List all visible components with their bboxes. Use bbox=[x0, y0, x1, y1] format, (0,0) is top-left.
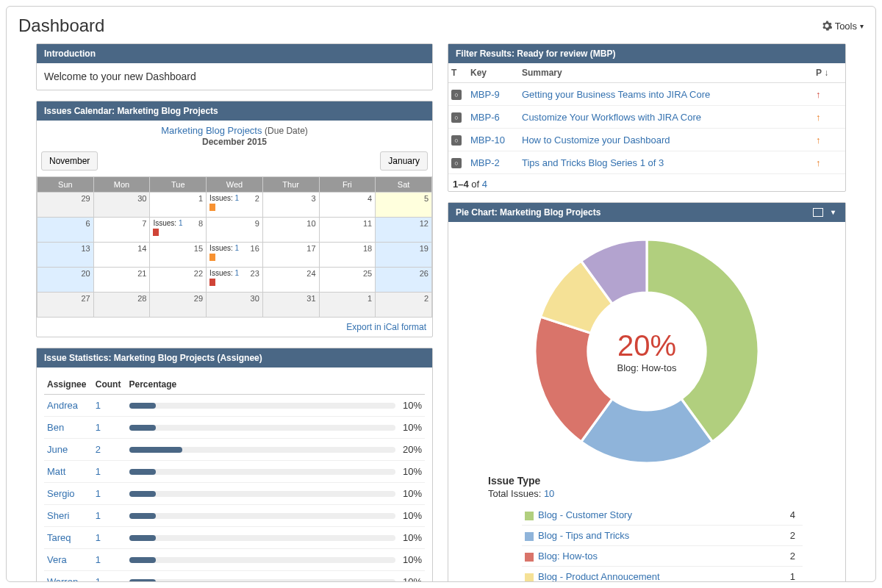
stats-header: Issue Statistics: Marketing Blog Project… bbox=[37, 348, 432, 368]
issue-summary-link[interactable]: Getting your Business Teams into JIRA Co… bbox=[522, 89, 710, 100]
pie-total-link[interactable]: 10 bbox=[544, 488, 554, 499]
calendar-cell[interactable]: 15 bbox=[150, 243, 207, 268]
issue-summary-link[interactable]: How to Customize your Dashboard bbox=[522, 135, 670, 146]
assignee-link[interactable]: Warren bbox=[47, 576, 78, 582]
page-title: Dashboard bbox=[18, 15, 104, 36]
calendar-cell[interactable]: 25 bbox=[319, 268, 376, 293]
calendar-cell[interactable]: 23Issues: 1 bbox=[207, 268, 263, 293]
legend-row: Blog - Tips and Tricks2 bbox=[522, 526, 803, 546]
filter-table: T Key Summary P ↓ ○MBP-9Getting your Bus… bbox=[448, 63, 845, 174]
pie-header: Pie Chart: Marketing Blog Projects ▾ bbox=[448, 203, 845, 222]
pager-total-link[interactable]: 4 bbox=[482, 179, 487, 190]
filter-header: Filter Results: Ready for review (MBP) bbox=[448, 44, 845, 63]
pie-center-percent: 20% bbox=[617, 329, 677, 362]
stats-row: Warren110% bbox=[44, 571, 425, 583]
calendar-cell[interactable]: 2 bbox=[376, 293, 432, 318]
calendar-cell[interactable]: 4 bbox=[319, 193, 376, 218]
intro-header: Introduction bbox=[37, 44, 432, 63]
calendar-cell[interactable]: 12 bbox=[376, 218, 432, 243]
issue-key-link[interactable]: MBP-6 bbox=[470, 112, 500, 123]
stats-row: Andrea110% bbox=[44, 395, 425, 417]
priority-icon: ↑ bbox=[816, 112, 821, 123]
issue-summary-link[interactable]: Tips and Tricks Blog Series 1 of 3 bbox=[522, 157, 664, 168]
calendar-cell[interactable]: 26 bbox=[376, 268, 432, 293]
assignee-link[interactable]: Andrea bbox=[47, 400, 78, 411]
calendar-cell[interactable]: 30 bbox=[207, 293, 263, 318]
calendar-cell[interactable]: 2Issues: 1 bbox=[207, 193, 263, 218]
filter-pager: 1–4 of 4 bbox=[448, 174, 845, 191]
calendar-cell[interactable]: 9 bbox=[207, 218, 263, 243]
chevron-down-icon[interactable]: ▾ bbox=[828, 208, 838, 217]
pie-legend-title: Issue Type bbox=[488, 475, 540, 487]
assignee-link[interactable]: Tareq bbox=[47, 532, 71, 543]
assignee-link[interactable]: Matt bbox=[47, 466, 65, 477]
priority-icon: ↑ bbox=[816, 135, 821, 146]
calendar-cell[interactable]: 16Issues: 1 bbox=[207, 243, 263, 268]
issue-type-icon: ○ bbox=[451, 90, 462, 100]
calendar-cell[interactable]: 17 bbox=[262, 243, 319, 268]
intro-text: Welcome to your new Dashboard bbox=[37, 63, 432, 90]
calendar-cell[interactable]: 1 bbox=[150, 193, 207, 218]
calendar-cell[interactable]: 7 bbox=[93, 218, 150, 243]
calendar-cell[interactable]: 5 bbox=[376, 193, 432, 218]
calendar-cell[interactable]: 22 bbox=[150, 268, 207, 293]
issue-summary-link[interactable]: Customize Your Workflows with JIRA Core bbox=[522, 112, 701, 123]
legend-link[interactable]: Blog: How-tos bbox=[538, 551, 598, 562]
pie-chart: 20% Blog: How-tos bbox=[529, 234, 764, 469]
calendar-cell[interactable]: 30 bbox=[93, 193, 150, 218]
legend-link[interactable]: Blog - Product Annoucement bbox=[538, 571, 660, 582]
calendar-cell[interactable]: 10 bbox=[262, 218, 319, 243]
calendar-cell[interactable]: 29 bbox=[150, 293, 207, 318]
issue-key-link[interactable]: MBP-10 bbox=[470, 135, 505, 146]
calendar-cell[interactable]: 20 bbox=[37, 268, 94, 293]
calendar-cell[interactable]: 13 bbox=[37, 243, 94, 268]
legend-row: Blog - Product Annoucement1 bbox=[522, 567, 803, 583]
calendar-cell[interactable]: 29 bbox=[37, 193, 94, 218]
legend-row: Blog: How-tos2 bbox=[522, 546, 803, 567]
calendar-cell[interactable]: 19 bbox=[376, 243, 432, 268]
pie-center-label: Blog: How-tos bbox=[617, 362, 677, 373]
calendar-panel: Issues Calendar: Marketing Blog Projects… bbox=[36, 101, 433, 337]
calendar-cell[interactable]: 24 bbox=[262, 268, 319, 293]
restore-icon[interactable] bbox=[813, 208, 823, 217]
tools-menu-button[interactable]: Tools ▾ bbox=[822, 21, 864, 32]
calendar-project-link[interactable]: Marketing Blog Projects bbox=[161, 125, 262, 136]
calendar-export-link[interactable]: Export in iCal format bbox=[37, 318, 432, 337]
stats-row: Tareq110% bbox=[44, 527, 425, 549]
assignee-link[interactable]: Vera bbox=[47, 554, 67, 565]
pie-panel: Pie Chart: Marketing Blog Projects ▾ 20%… bbox=[448, 202, 846, 582]
calendar-cell[interactable]: 18 bbox=[319, 243, 376, 268]
stats-row: Matt110% bbox=[44, 461, 425, 483]
assignee-link[interactable]: Ben bbox=[47, 422, 64, 433]
pie-legend: Blog - Customer Story4Blog - Tips and Tr… bbox=[522, 505, 803, 582]
calendar-cell[interactable]: 14 bbox=[93, 243, 150, 268]
calendar-cell[interactable]: 28 bbox=[93, 293, 150, 318]
stats-table: Assignee Count Percentage Andrea110%Ben1… bbox=[44, 375, 425, 582]
calendar-cell[interactable]: 1 bbox=[319, 293, 376, 318]
gear-icon bbox=[822, 21, 832, 31]
calendar-next-button[interactable]: January bbox=[380, 151, 428, 171]
issue-key-link[interactable]: MBP-2 bbox=[470, 157, 500, 168]
stats-panel: Issue Statistics: Marketing Blog Project… bbox=[36, 348, 433, 582]
issue-key-link[interactable]: MBP-9 bbox=[470, 89, 500, 100]
calendar-cell[interactable]: 31 bbox=[262, 293, 319, 318]
filter-panel: Filter Results: Ready for review (MBP) T… bbox=[448, 43, 846, 192]
calendar-cell[interactable]: 8Issues: 1 bbox=[150, 218, 207, 243]
calendar-cell[interactable]: 6 bbox=[37, 218, 94, 243]
filter-row: ○MBP-10How to Customize your Dashboard↑ bbox=[448, 129, 845, 151]
assignee-link[interactable]: June bbox=[47, 444, 68, 455]
assignee-link[interactable]: Sheri bbox=[47, 510, 69, 521]
calendar-cell[interactable]: 11 bbox=[319, 218, 376, 243]
calendar-cell[interactable]: 27 bbox=[37, 293, 94, 318]
priority-icon: ↑ bbox=[816, 157, 821, 168]
intro-panel: Introduction Welcome to your new Dashboa… bbox=[36, 43, 433, 90]
calendar-cell[interactable]: 21 bbox=[93, 268, 150, 293]
stats-row: Ben110% bbox=[44, 417, 425, 439]
calendar-month: December 2015 bbox=[202, 137, 267, 147]
legend-link[interactable]: Blog - Customer Story bbox=[538, 509, 632, 520]
legend-link[interactable]: Blog - Tips and Tricks bbox=[538, 530, 629, 541]
filter-row: ○MBP-9Getting your Business Teams into J… bbox=[448, 83, 845, 106]
assignee-link[interactable]: Sergio bbox=[47, 488, 75, 499]
calendar-cell[interactable]: 3 bbox=[262, 193, 319, 218]
calendar-prev-button[interactable]: November bbox=[41, 151, 98, 171]
